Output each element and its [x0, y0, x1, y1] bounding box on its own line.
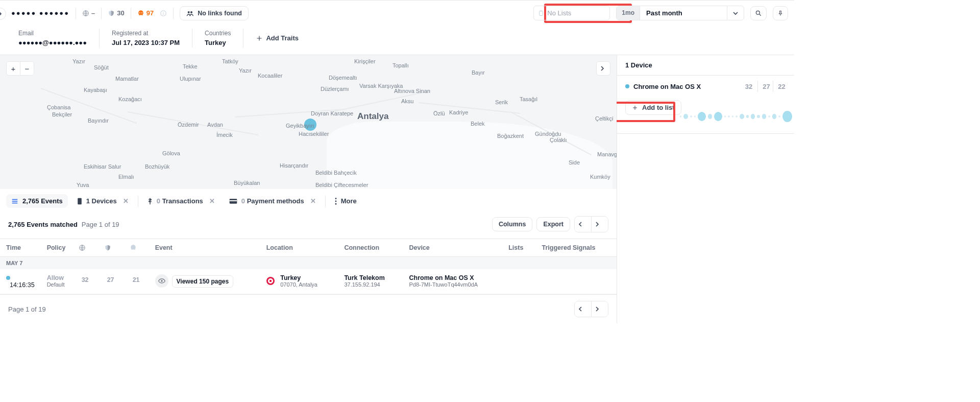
add-traits-button[interactable]: Add Traits	[256, 34, 299, 42]
map-label: Serik	[495, 99, 508, 105]
map-label: Kocaaliler	[258, 73, 282, 79]
map-label: Mamatlar	[115, 76, 139, 82]
map-label: Hacısekililer	[299, 131, 329, 137]
svg-point-5	[190, 11, 192, 13]
map-label: Kirişçiler	[354, 58, 376, 64]
map-label: Düzlerçamı	[321, 86, 349, 92]
footer-next[interactable]	[592, 301, 608, 317]
map-label: Kadriye	[449, 109, 468, 115]
add-to-list-button[interactable]: Add to list	[625, 100, 681, 115]
status-dot	[6, 276, 10, 280]
period-chip: 1mo	[617, 6, 640, 20]
map-label: Tekke	[183, 63, 198, 69]
map-label: Bozhüyük	[145, 163, 169, 170]
status-dot	[625, 84, 629, 88]
map-label: Manavgat	[597, 151, 617, 157]
tab-devices[interactable]: 1 Devices ✕	[72, 194, 134, 208]
svg-point-16	[161, 280, 163, 282]
svg-rect-7	[541, 10, 542, 11]
map-label: Yazır	[72, 58, 85, 64]
lists-filter[interactable]: No Lists	[533, 6, 610, 20]
skull-stat: 97	[137, 9, 154, 17]
map[interactable]: Antalya YazırSöğütMamatlarKayabaşıKozağa…	[0, 55, 617, 189]
map-label: Beldibi Çiftecesmeler	[315, 182, 368, 188]
expand-toggle[interactable]	[0, 8, 6, 20]
activity-sparkline	[680, 110, 792, 123]
map-label: İmecik	[216, 132, 233, 138]
close-icon[interactable]: ✕	[209, 197, 215, 205]
map-label: Belek	[471, 121, 485, 127]
map-label: Beldibi Bahçecik	[315, 170, 357, 176]
svg-point-4	[188, 11, 190, 13]
turkey-flag-icon	[266, 277, 275, 285]
map-zoom-out[interactable]: −	[20, 62, 34, 75]
svg-rect-9	[78, 198, 82, 204]
no-links-button[interactable]: No links found	[180, 6, 249, 20]
map-label: Çeltikçi	[595, 115, 613, 122]
svg-point-13	[335, 200, 336, 202]
devices-title: 1 Device	[617, 55, 794, 76]
eye-icon	[155, 274, 168, 288]
map-label: Tasağıl	[520, 96, 537, 102]
map-label: Geyikbayırı	[286, 123, 314, 129]
map-label: Bayındır	[88, 117, 109, 124]
map-label: Topallı	[393, 62, 409, 68]
pin-button[interactable]	[773, 6, 788, 20]
map-label: Elmalı	[118, 174, 134, 180]
map-zoom-in[interactable]: +	[7, 62, 20, 75]
events-page-indicator: Page 1 of 19	[82, 221, 119, 228]
page-prev[interactable]	[575, 217, 591, 232]
events-group-date: MAY 7	[0, 257, 617, 270]
export-button[interactable]: Export	[536, 217, 570, 231]
map-label: Aksu	[401, 98, 413, 104]
events-table: Time Policy Event Location Connection De…	[0, 239, 617, 294]
map-label: Döşemealtı	[329, 75, 357, 81]
meta-registered: Registered at Jul 17, 2023 10:37 PM	[112, 29, 192, 48]
table-row[interactable]: 14:16:35 Allow Default 32 27 21 Viewed 1…	[0, 269, 617, 294]
map-label: Boğazkent	[497, 133, 524, 139]
map-label: Bayır	[472, 69, 485, 76]
meta-countries: Countries Turkey	[205, 29, 243, 48]
tab-events[interactable]: 2,765 Events	[6, 194, 68, 208]
tab-transactions[interactable]: 0 Transactions ✕	[142, 194, 220, 208]
map-label: Side	[569, 159, 580, 165]
map-city-main: Antalya	[357, 111, 388, 122]
svg-point-2	[163, 11, 164, 12]
period-selector[interactable]: 1mo Past month	[616, 6, 744, 20]
map-label: Bekçiler	[52, 111, 72, 117]
map-next[interactable]	[597, 62, 610, 75]
network-stat: –	[82, 9, 95, 17]
columns-button[interactable]: Columns	[492, 217, 532, 231]
map-label: Altınova Sinan	[394, 88, 430, 94]
search-button[interactable]	[750, 6, 767, 20]
map-label: Özdemir	[178, 122, 199, 128]
shield-stat: 30	[108, 9, 124, 17]
period-label: Past month	[640, 6, 727, 20]
map-label: Yazır	[239, 67, 252, 74]
svg-point-12	[335, 198, 336, 199]
events-matched-count: 2,765 Events matched	[8, 221, 78, 228]
svg-rect-3	[163, 13, 164, 15]
map-label: Avdan	[207, 122, 223, 128]
map-label: Çolaklı	[550, 137, 567, 143]
map-label: Gölova	[162, 150, 180, 156]
footer-prev[interactable]	[575, 301, 591, 317]
meta-email: Email ●●●●●●@●●●●●●.●●●	[18, 29, 100, 48]
map-label: Kozağacı	[118, 96, 142, 102]
map-label: Çobanisa	[47, 104, 70, 110]
user-name-masked: ●●●●● ●●●●●●	[6, 9, 69, 17]
map-label: Büyükalan	[234, 180, 260, 186]
tab-payment[interactable]: 0 Payment methods ✕	[224, 194, 321, 208]
map-label: Kayabaşı	[84, 87, 107, 93]
chevron-down-icon	[727, 6, 744, 20]
footer-page: Page 1 of 19	[8, 305, 46, 313]
tab-more[interactable]: More	[330, 194, 362, 208]
svg-rect-6	[540, 11, 543, 15]
map-label: Yuva	[77, 182, 89, 188]
close-icon[interactable]: ✕	[123, 197, 129, 205]
page-next[interactable]	[592, 217, 608, 232]
svg-point-8	[756, 11, 760, 14]
info-icon[interactable]	[160, 10, 167, 17]
device-row[interactable]: Chrome on Mac OS X 32 27 22	[617, 76, 794, 97]
close-icon[interactable]: ✕	[310, 197, 316, 205]
